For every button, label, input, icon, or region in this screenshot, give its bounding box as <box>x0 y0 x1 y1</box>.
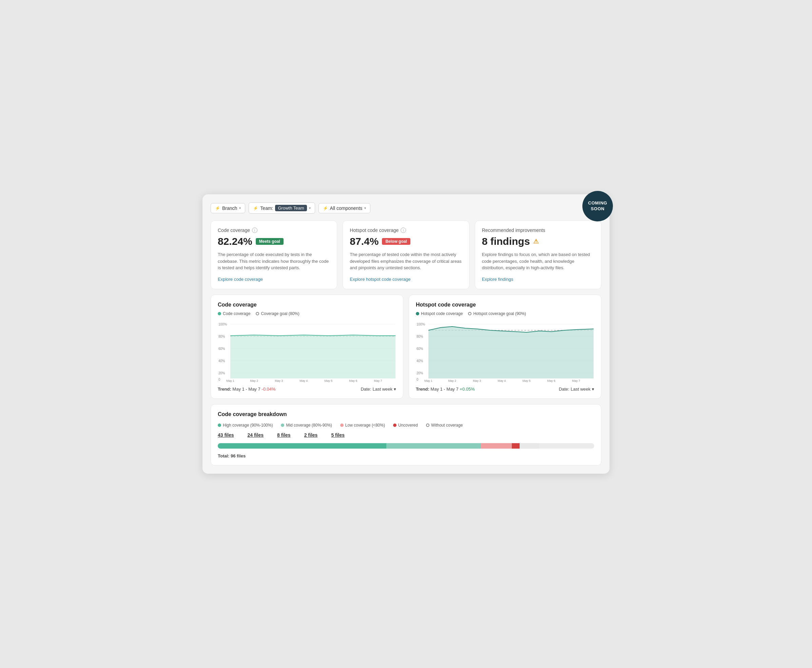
legend-uncovered: Uncovered <box>393 423 418 428</box>
svg-text:80%: 80% <box>219 335 225 338</box>
svg-text:May 5: May 5 <box>522 379 530 382</box>
card-desc-hotspot: The percentage of tested code within the… <box>350 251 462 271</box>
code-coverage-chart-card: Code coverage Code coverage Coverage goa… <box>211 295 403 399</box>
svg-text:40%: 40% <box>219 359 225 363</box>
card-value-improvements: 8 findings ⚠ <box>482 235 594 247</box>
svg-text:May 4: May 4 <box>498 379 506 382</box>
charts-row: Code coverage Code coverage Coverage goa… <box>211 295 601 399</box>
hotspot-coverage-card: Hotspot code coverage i 87.4% Below goal… <box>343 220 469 289</box>
high-files[interactable]: 43 files <box>218 433 234 438</box>
legend-hotspot-goal: Hotspot coverage goal (90%) <box>468 311 526 316</box>
svg-text:80%: 80% <box>416 335 423 338</box>
svg-text:May 7: May 7 <box>374 379 382 382</box>
improvements-card: Recommended improvements 8 findings ⚠ Ex… <box>475 220 601 289</box>
svg-text:100%: 100% <box>416 322 425 326</box>
team-value: Growth Team <box>275 205 307 211</box>
legend-low: Low coverage (<80%) <box>340 423 385 428</box>
svg-text:100%: 100% <box>219 322 227 326</box>
total-label: Total: 96 files <box>218 453 594 458</box>
svg-text:20%: 20% <box>416 371 423 375</box>
coverage-progress-bar <box>218 443 594 449</box>
svg-text:60%: 60% <box>416 347 423 351</box>
code-coverage-chart-footer: Trend: May 1 - May 7 -0.04% Date: Last w… <box>218 387 396 392</box>
summary-cards: Code coverage i 82.24% Meets goal The pe… <box>211 220 601 289</box>
hotspot-coverage-legend: Hotspot code coverage Hotspot coverage g… <box>416 311 594 316</box>
svg-text:May 3: May 3 <box>275 379 283 382</box>
legend-high: High coverage (90%-100%) <box>218 423 273 428</box>
svg-text:May 6: May 6 <box>349 379 357 382</box>
coming-soon-badge: COMINGSOON <box>582 191 613 221</box>
chevron-down-icon-components: ▾ <box>364 206 366 210</box>
hotspot-chart-footer: Trend: May 1 - May 7 +0.05% Date: Last w… <box>416 387 594 392</box>
svg-text:0: 0 <box>219 378 221 381</box>
progress-mid <box>386 443 481 449</box>
card-title-improvements: Recommended improvements <box>482 227 594 233</box>
explore-findings-link[interactable]: Explore findings <box>482 277 513 282</box>
legend-code-coverage: Code coverage <box>218 311 250 316</box>
warning-icon: ⚠ <box>533 238 539 245</box>
trend-label-code: Trend: May 1 - May 7 -0.04% <box>218 387 276 392</box>
code-coverage-chart-area: 100% 80% 60% 40% 20% 0 <box>218 321 396 382</box>
legend-circle-without <box>426 424 429 427</box>
mid-files[interactable]: 24 files <box>247 433 263 438</box>
svg-text:May 2: May 2 <box>250 379 258 382</box>
info-icon-code-coverage[interactable]: i <box>252 227 257 233</box>
progress-low <box>481 443 512 449</box>
progress-uncovered <box>512 443 520 449</box>
low-files[interactable]: 8 files <box>277 433 291 438</box>
without-files[interactable]: 5 files <box>331 433 344 438</box>
hotspot-coverage-chart-area: 100% 80% 60% 40% 20% 0 <box>416 321 594 382</box>
chevron-down-icon: ▾ <box>239 206 241 210</box>
chevron-down-icon-date-code: ▾ <box>394 387 396 392</box>
svg-text:60%: 60% <box>219 347 225 351</box>
info-icon-hotspot[interactable]: i <box>401 227 406 233</box>
branch-filter-btn[interactable]: ⚡ Branch ▾ <box>211 203 245 213</box>
explore-hotspot-link[interactable]: Explore hotspot code coverage <box>350 277 410 282</box>
trend-value-code: -0.04% <box>262 387 276 392</box>
uncovered-files[interactable]: 2 files <box>304 433 318 438</box>
card-title-hotspot: Hotspot code coverage i <box>350 227 462 233</box>
breakdown-title: Code coverage breakdown <box>218 411 594 418</box>
below-goal-badge: Below goal <box>382 238 410 245</box>
progress-high <box>218 443 386 449</box>
card-desc-code-coverage: The percentage of code executed by tests… <box>218 251 330 271</box>
svg-text:May 1: May 1 <box>424 379 433 382</box>
team-filter-btn[interactable]: ⚡ Team: Growth Team ▾ <box>249 202 315 214</box>
legend-coverage-goal: Coverage goal (80%) <box>256 311 299 316</box>
team-label: Team: <box>260 205 273 211</box>
app-container: COMINGSOON ⚡ Branch ▾ ⚡ Team: Growth Tea… <box>202 194 610 474</box>
svg-text:May 2: May 2 <box>448 379 456 382</box>
breakdown-card: Code coverage breakdown High coverage (9… <box>211 404 601 466</box>
code-coverage-card: Code coverage i 82.24% Meets goal The pe… <box>211 220 337 289</box>
components-label: All components <box>330 205 363 211</box>
legend-dot-coverage <box>218 312 221 316</box>
date-selector-code[interactable]: Date: Last week ▾ <box>361 387 396 392</box>
chevron-down-icon-team: ▾ <box>309 206 311 210</box>
legend-dot-uncovered <box>393 424 396 427</box>
breakdown-legend: High coverage (90%-100%) Mid coverage (8… <box>218 423 594 428</box>
svg-text:May 7: May 7 <box>572 379 580 382</box>
svg-text:0: 0 <box>416 378 419 381</box>
svg-text:20%: 20% <box>219 371 225 375</box>
components-filter-btn[interactable]: ⚡ All components ▾ <box>319 203 371 213</box>
card-value-code-coverage: 82.24% Meets goal <box>218 235 330 247</box>
date-selector-hotspot[interactable]: Date: Last week ▾ <box>559 387 594 392</box>
legend-hotspot-coverage: Hotspot code coverage <box>416 311 463 316</box>
svg-text:May 3: May 3 <box>473 379 481 382</box>
filter-icon: ⚡ <box>215 206 220 210</box>
explore-code-coverage-link[interactable]: Explore code coverage <box>218 277 263 282</box>
svg-text:May 1: May 1 <box>226 379 234 382</box>
legend-circle-hotspot-goal <box>468 312 471 316</box>
card-value-hotspot: 87.4% Below goal <box>350 235 462 247</box>
card-title-code-coverage: Code coverage i <box>218 227 330 233</box>
trend-label-hotspot: Trend: May 1 - May 7 +0.05% <box>416 387 475 392</box>
hotspot-coverage-chart-card: Hotspot code coverage Hotspot code cover… <box>409 295 601 399</box>
svg-marker-12 <box>230 335 396 378</box>
branch-label: Branch <box>222 205 237 211</box>
hotspot-coverage-chart-title: Hotspot code coverage <box>416 302 594 308</box>
filter-icon-components: ⚡ <box>323 206 328 210</box>
trend-value-hotspot: +0.05% <box>459 387 475 392</box>
meets-goal-badge: Meets goal <box>256 238 284 245</box>
toolbar: ⚡ Branch ▾ ⚡ Team: Growth Team ▾ ⚡ All c… <box>211 202 601 214</box>
svg-text:May 5: May 5 <box>324 379 332 382</box>
